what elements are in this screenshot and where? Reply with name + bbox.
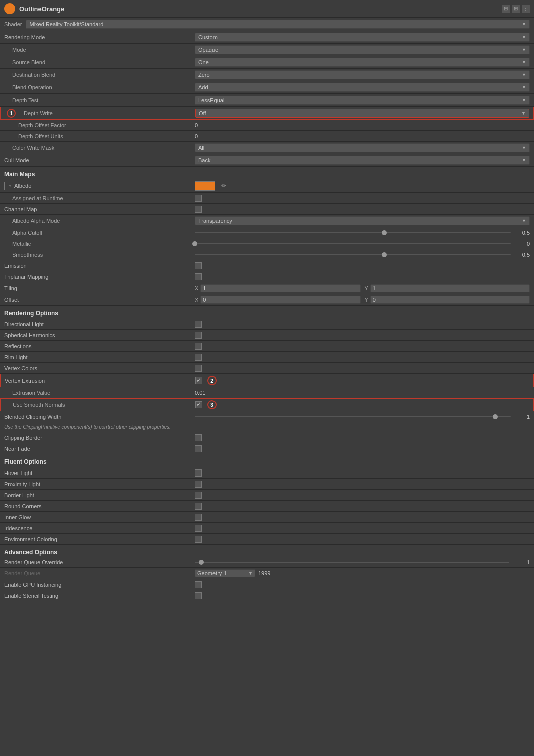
tiling-label: Tiling bbox=[4, 285, 195, 291]
depth-test-dropdown[interactable]: LessEqual ▼ bbox=[195, 96, 530, 105]
channel-map-row: Channel Map bbox=[0, 204, 534, 215]
emission-checkbox[interactable] bbox=[195, 262, 202, 269]
spherical-harmonics-row: Spherical Harmonics bbox=[0, 330, 534, 341]
advanced-options-header: Advanced Options bbox=[0, 545, 534, 558]
smoothness-value: 0.5 bbox=[515, 252, 530, 258]
blended-clipping-row: Blended Clipping Width 1 bbox=[0, 411, 534, 422]
enable-stencil-row: Enable Stencil Testing bbox=[0, 590, 534, 601]
directional-light-checkbox[interactable] bbox=[195, 321, 202, 328]
blend-op-dropdown[interactable]: Add ▼ bbox=[195, 83, 530, 92]
header: OutlineOrange ⊟ ⊞ ⋮ bbox=[0, 0, 534, 18]
mode-dropdown[interactable]: Opaque ▼ bbox=[195, 45, 530, 54]
offset-label: Offset bbox=[4, 297, 195, 303]
blended-clipping-value: 1 bbox=[515, 414, 530, 420]
hover-light-label: Hover Light bbox=[4, 470, 195, 476]
border-light-row: Border Light bbox=[0, 490, 534, 501]
vertex-extrusion-label: Vertex Extrusion bbox=[5, 377, 195, 384]
enable-gpu-label: Enable GPU Instancing bbox=[4, 582, 195, 588]
enable-stencil-checkbox[interactable] bbox=[195, 592, 202, 599]
environment-coloring-checkbox[interactable] bbox=[195, 536, 202, 543]
smoothness-slider[interactable]: 0.5 bbox=[195, 252, 530, 258]
color-write-mask-value: All bbox=[198, 145, 204, 151]
shader-row: Shader Mixed Reality Toolkit/Standard ▼ bbox=[0, 18, 534, 31]
metallic-label: Metallic bbox=[4, 241, 195, 247]
emission-row: Emission bbox=[0, 260, 534, 271]
cull-mode-dropdown[interactable]: Back ▼ bbox=[195, 156, 530, 165]
reflections-checkbox[interactable] bbox=[195, 343, 202, 350]
rim-light-checkbox[interactable] bbox=[195, 354, 202, 361]
source-blend-dropdown[interactable]: One ▼ bbox=[195, 58, 530, 67]
offset-y-input[interactable] bbox=[370, 296, 530, 304]
iridescence-label: Iridescence bbox=[4, 525, 195, 531]
alpha-cutoff-slider[interactable]: 0.5 bbox=[195, 230, 530, 236]
smooth-normals-checkbox[interactable] bbox=[195, 401, 202, 408]
albedo-checkbox[interactable] bbox=[4, 182, 5, 190]
spherical-harmonics-checkbox[interactable] bbox=[195, 332, 202, 339]
albedo-edit-icon[interactable]: ✏ bbox=[221, 182, 226, 190]
depth-write-dropdown[interactable]: Off ▼ bbox=[195, 109, 529, 118]
depth-test-value: LessEqual bbox=[198, 97, 224, 103]
triplanar-checkbox[interactable] bbox=[195, 273, 202, 280]
main-maps-header: Main Maps bbox=[0, 167, 534, 180]
render-queue-dropdown[interactable]: Geometry-1 ▼ bbox=[195, 569, 255, 577]
save-icon[interactable]: ⊟ bbox=[502, 5, 510, 13]
depth-offset-units-label: Depth Offset Units bbox=[4, 133, 195, 139]
blended-clipping-slider[interactable]: 1 bbox=[195, 414, 530, 420]
albedo-color-swatch[interactable] bbox=[195, 181, 215, 191]
color-write-mask-dropdown[interactable]: All ▼ bbox=[195, 143, 530, 152]
iridescence-row: Iridescence bbox=[0, 523, 534, 534]
albedo-alpha-dropdown[interactable]: Transparency ▼ bbox=[195, 216, 530, 225]
depth-offset-units-value: 0 bbox=[195, 133, 198, 139]
clipping-border-label: Clipping Border bbox=[4, 435, 195, 441]
offset-x-label: X bbox=[195, 297, 198, 303]
triplanar-row: Triplanar Mapping bbox=[0, 271, 534, 282]
cull-mode-row: Cull Mode Back ▼ bbox=[0, 154, 534, 167]
shader-label: Shader bbox=[4, 21, 22, 27]
annotation-1: 1 bbox=[7, 109, 16, 118]
blend-op-label: Blend Operation bbox=[4, 84, 195, 90]
dest-blend-dropdown[interactable]: Zero ▼ bbox=[195, 70, 530, 79]
dest-blend-label: Destination Blend bbox=[4, 72, 195, 78]
near-fade-checkbox[interactable] bbox=[195, 445, 202, 452]
render-queue-override-row: Render Queue Override -1 bbox=[0, 558, 534, 568]
directional-light-label: Directional Light bbox=[4, 321, 195, 327]
material-icon bbox=[4, 3, 15, 14]
rendering-mode-row: Rendering Mode Custom ▼ bbox=[0, 31, 534, 44]
vertex-colors-row: Vertex Colors bbox=[0, 363, 534, 374]
albedo-circle-icon: ○ bbox=[8, 183, 11, 189]
rim-light-row: Rim Light bbox=[0, 352, 534, 363]
menu-icon[interactable]: ⋮ bbox=[522, 5, 530, 13]
channel-map-checkbox[interactable] bbox=[195, 206, 202, 213]
iridescence-checkbox[interactable] bbox=[195, 525, 202, 532]
header-title: OutlineOrange bbox=[19, 5, 502, 13]
metallic-slider[interactable]: 0 bbox=[195, 241, 530, 247]
albedo-label: Albedo bbox=[14, 183, 205, 189]
border-light-checkbox[interactable] bbox=[195, 492, 202, 499]
smooth-normals-label: Use Smooth Normals bbox=[5, 402, 195, 408]
offset-x-input[interactable] bbox=[200, 296, 360, 304]
tiling-x-input[interactable] bbox=[200, 284, 360, 292]
settings-icon[interactable]: ⊞ bbox=[512, 5, 520, 13]
assigned-runtime-checkbox[interactable] bbox=[195, 195, 202, 202]
annotation-3: 3 bbox=[207, 400, 217, 409]
round-corners-checkbox[interactable] bbox=[195, 503, 202, 510]
vertex-colors-label: Vertex Colors bbox=[4, 365, 195, 371]
inner-glow-label: Inner Glow bbox=[4, 514, 195, 520]
main-panel: OutlineOrange ⊟ ⊞ ⋮ Shader Mixed Reality… bbox=[0, 0, 534, 601]
shader-dropdown-arrow: ▼ bbox=[522, 22, 526, 27]
clipping-border-checkbox[interactable] bbox=[195, 434, 202, 441]
color-write-mask-label: Color Write Mask bbox=[4, 145, 195, 151]
depth-offset-units-row: Depth Offset Units 0 bbox=[0, 131, 534, 142]
hover-light-checkbox[interactable] bbox=[195, 469, 202, 477]
proximity-light-checkbox[interactable] bbox=[195, 481, 202, 488]
vertex-extrusion-checkbox[interactable] bbox=[195, 377, 202, 384]
vertex-colors-checkbox[interactable] bbox=[195, 365, 202, 372]
shader-dropdown[interactable]: Mixed Reality Toolkit/Standard ▼ bbox=[26, 20, 530, 29]
enable-gpu-checkbox[interactable] bbox=[195, 581, 202, 588]
albedo-alpha-value: Transparency bbox=[198, 218, 232, 224]
tiling-y-input[interactable] bbox=[370, 284, 530, 292]
fluent-options-header: Fluent Options bbox=[0, 454, 534, 467]
tiling-y-label: Y bbox=[365, 285, 368, 291]
rendering-mode-dropdown[interactable]: Custom ▼ bbox=[195, 33, 530, 42]
inner-glow-checkbox[interactable] bbox=[195, 514, 202, 521]
